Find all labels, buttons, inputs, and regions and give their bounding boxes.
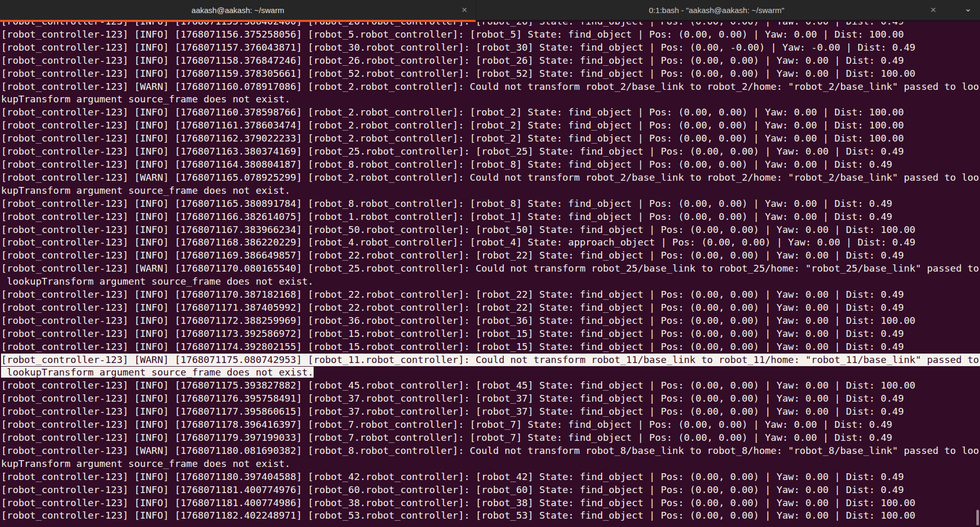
log-line: [robot_controller-123] [INFO] [176807117… xyxy=(1,405,980,418)
log-line: [robot_controller-123] [INFO] [176807117… xyxy=(1,327,980,341)
log-line: [robot_controller-123] [WARN] [176807118… xyxy=(1,444,980,458)
log-line: [robot_controller-123] [INFO] [176807116… xyxy=(1,132,980,145)
tab-swarm-terminal[interactable]: aakash@aakash: ~/swarm × xyxy=(0,0,476,20)
log-line: [robot_controller-123] [INFO] [176807117… xyxy=(1,379,980,392)
log-line: [robot_controller-123] [INFO] [176807117… xyxy=(1,288,980,301)
log-line: [robot_controller-123] [INFO] [176807117… xyxy=(1,314,980,327)
terminal-viewport[interactable]: [robot_controller-123] [INFO] [176807115… xyxy=(0,22,980,527)
log-line: [robot_controller-123] [INFO] [176807116… xyxy=(1,249,980,262)
terminal-window: aakash@aakash: ~/swarm × 0:1:bash - "aak… xyxy=(0,0,980,527)
log-line: [robot_controller-123] [INFO] [176807117… xyxy=(1,418,980,431)
log-line: [robot_controller-123] [INFO] [176807117… xyxy=(1,431,980,444)
log-line: [robot_controller-123] [INFO] [176807116… xyxy=(1,197,980,210)
log-line: [robot_controller-123] [WARN] [176807117… xyxy=(1,354,980,367)
selected-text: lookupTransform argument source_frame do… xyxy=(1,367,314,378)
log-line: kupTransform argument source_frame does … xyxy=(1,93,980,106)
log-line: [robot_controller-123] [WARN] [176807117… xyxy=(1,262,980,275)
log-line: [robot_controller-123] [INFO] [176807117… xyxy=(1,301,980,314)
log-line: [robot_controller-123] [WARN] [176807116… xyxy=(1,80,980,93)
log-line: [robot_controller-123] [INFO] [176807116… xyxy=(1,145,980,158)
chevron-down-icon[interactable]: ⌄ xyxy=(959,0,977,20)
log-line: [robot_controller-123] [INFO] [176807116… xyxy=(1,210,980,224)
log-line: [robot_controller-123] [WARN] [176807116… xyxy=(1,171,980,184)
log-line: kupTransform argument source_frame does … xyxy=(1,184,980,197)
log-line: [robot_controller-123] [INFO] [176807115… xyxy=(1,28,980,41)
close-icon[interactable]: × xyxy=(462,0,467,20)
log-line: [robot_controller-123] [INFO] [176807118… xyxy=(1,484,980,497)
log-line: lookupTransform argument source_frame do… xyxy=(1,366,980,379)
tab-tmux-bash[interactable]: 0:1:bash - "aakash@aakash: ~/swarm" × xyxy=(476,0,957,20)
log-line: kupTransform argument source_frame does … xyxy=(1,458,980,471)
scrollbar-thumb[interactable] xyxy=(976,510,979,525)
log-line: [robot_controller-123] [INFO] [176807115… xyxy=(1,54,980,67)
log-line: [robot_controller-123] [INFO] [176807116… xyxy=(1,119,980,132)
tab-bar: aakash@aakash: ~/swarm × 0:1:bash - "aak… xyxy=(0,0,980,22)
log-line: [robot_controller-123] [INFO] [176807117… xyxy=(1,341,980,354)
log-line: [robot_controller-123] [INFO] [176807118… xyxy=(1,509,980,522)
log-line: [robot_controller-123] [INFO] [176807117… xyxy=(1,392,980,405)
log-line: [robot_controller-123] [INFO] [176807118… xyxy=(1,497,980,510)
tab-title: 0:1:bash - "aakash@aakash: ~/swarm" xyxy=(476,0,957,20)
log-line: [robot_controller-123] [INFO] [176807115… xyxy=(1,22,980,28)
active-tab-indicator xyxy=(0,20,476,22)
log-line: [robot_controller-123] [INFO] [176807116… xyxy=(1,158,980,171)
log-line: [robot_controller-123] [INFO] [176807116… xyxy=(1,236,980,249)
tab-title: aakash@aakash: ~/swarm xyxy=(0,0,476,20)
log-line: lookupTransform argument source_frame do… xyxy=(1,275,980,288)
close-icon[interactable]: × xyxy=(930,0,936,20)
log-line: [robot_controller-123] [INFO] [176807115… xyxy=(1,67,980,80)
log-line: [robot_controller-123] [INFO] [176807116… xyxy=(1,224,980,237)
log-output[interactable]: [robot_controller-123] [INFO] [176807115… xyxy=(1,22,980,522)
log-line: [robot_controller-123] [INFO] [176807115… xyxy=(1,41,980,54)
log-line: [robot_controller-123] [INFO] [176807116… xyxy=(1,106,980,119)
log-line: [robot_controller-123] [INFO] [176807118… xyxy=(1,471,980,484)
